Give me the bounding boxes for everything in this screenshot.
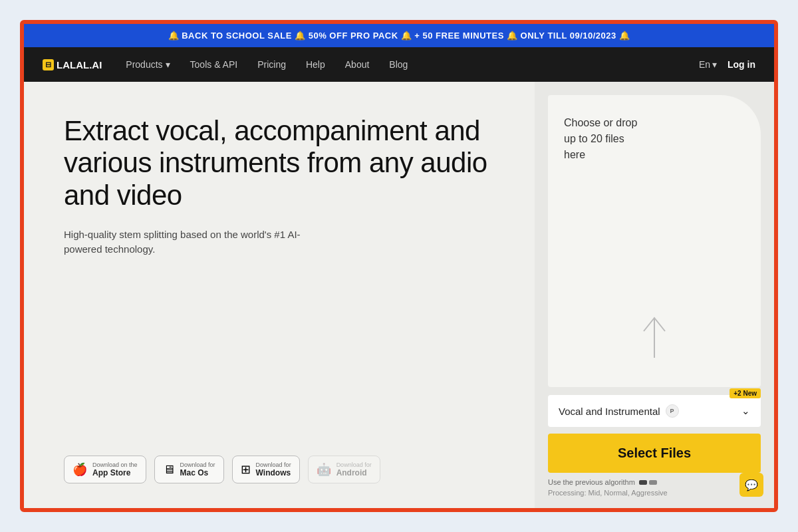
nav-about[interactable]: About <box>337 55 378 74</box>
mac-icon: 🖥 <box>163 463 175 477</box>
windows-icon: ⊞ <box>241 462 251 477</box>
hero-title: Extract vocal, accompaniment and various… <box>64 115 508 211</box>
macos-badge[interactable]: 🖥 Download for Mac Os <box>154 456 224 483</box>
algo-row: Use the previous algorithm <box>548 478 761 486</box>
navbar: ⊟ LALAL.AI Products ▾ Tools & API Pricin… <box>24 47 774 82</box>
nav-help[interactable]: Help <box>298 55 333 74</box>
nav-products[interactable]: Products ▾ <box>118 55 178 74</box>
main-frame: 🔔 BACK TO SCHOOL SALE 🔔 50% OFF PRO PACK… <box>20 20 778 512</box>
nav-right: En ▾ Log in <box>699 59 755 70</box>
chevron-down-icon: ▾ <box>712 59 717 70</box>
login-button[interactable]: Log in <box>728 59 755 70</box>
select-files-button[interactable]: Select Files <box>548 434 761 473</box>
chat-icon: 💬 <box>745 479 758 491</box>
pro-badge: P <box>666 404 679 418</box>
chat-button[interactable]: 💬 <box>739 473 763 497</box>
logo-text: LALAL.AI <box>57 59 102 70</box>
new-badge: +2 New <box>730 388 761 398</box>
banner-text: 🔔 BACK TO SCHOOL SALE 🔔 50% OFF PRO PACK… <box>168 31 630 41</box>
main-content: Extract vocal, accompaniment and various… <box>24 82 774 510</box>
windows-badge[interactable]: ⊞ Download for Windows <box>232 456 300 483</box>
chevron-down-icon: ⌄ <box>741 405 750 417</box>
logo[interactable]: ⊟ LALAL.AI <box>43 59 102 70</box>
nav-tools[interactable]: Tools & API <box>182 55 246 74</box>
android-badge: 🤖 Download for Android <box>308 456 380 483</box>
nav-pricing[interactable]: Pricing <box>249 55 294 74</box>
upload-arrow-icon <box>634 311 674 367</box>
appstore-badge[interactable]: 🍎 Download on the App Store <box>64 456 146 483</box>
right-panel: S A L E Choose or dropup to 20 fileshere <box>535 82 774 510</box>
logo-icon: ⊟ <box>43 59 54 70</box>
promo-banner[interactable]: 🔔 BACK TO SCHOOL SALE 🔔 50% OFF PRO PACK… <box>24 24 774 47</box>
processing-row: Processing: Mid, Normal, Aggressive <box>548 489 761 497</box>
algo-text: Use the previous algorithm <box>548 478 635 486</box>
nav-blog[interactable]: Blog <box>381 55 416 74</box>
file-type-label: Vocal and Instrumental <box>559 406 660 417</box>
nav-items: Products ▾ Tools & API Pricing Help Abou… <box>118 55 699 74</box>
apple-icon: 🍎 <box>72 462 87 477</box>
file-type-select[interactable]: Vocal and Instrumental P ⌄ <box>548 395 761 427</box>
algo-toggle[interactable] <box>639 480 657 485</box>
file-type-row: +2 New Vocal and Instrumental P ⌄ <box>548 395 761 427</box>
chevron-down-icon: ▾ <box>166 59 170 70</box>
left-panel: Extract vocal, accompaniment and various… <box>24 82 535 510</box>
language-selector[interactable]: En ▾ <box>699 59 717 70</box>
drop-text: Choose or dropup to 20 fileshere <box>564 115 637 163</box>
drop-zone[interactable]: Choose or dropup to 20 fileshere <box>548 95 761 387</box>
hero-section: Extract vocal, accompaniment and various… <box>64 115 508 257</box>
android-icon: 🤖 <box>317 462 331 477</box>
hero-subtitle: High-quality stem splitting based on the… <box>64 227 317 257</box>
download-badges: 🍎 Download on the App Store 🖥 Download f… <box>64 436 508 483</box>
